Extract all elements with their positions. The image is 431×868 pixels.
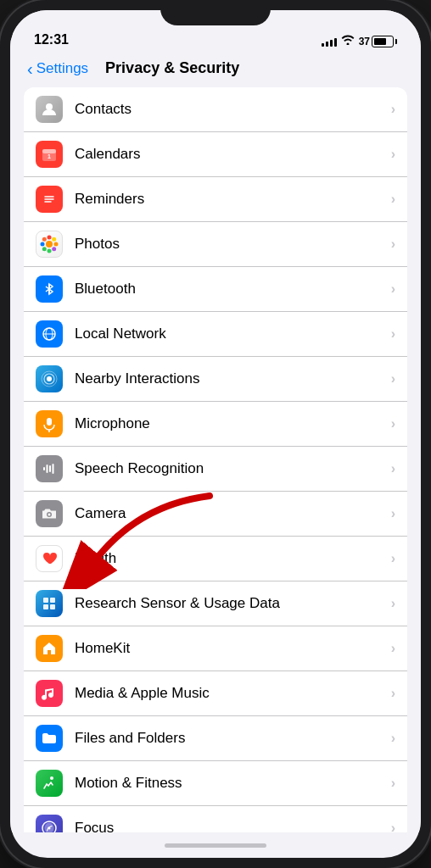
svg-rect-35 <box>43 604 48 609</box>
back-button[interactable]: ‹ Settings <box>27 60 88 77</box>
nearby-interactions-icon <box>36 365 63 392</box>
svg-rect-33 <box>43 598 48 603</box>
svg-rect-28 <box>47 465 48 473</box>
svg-rect-25 <box>47 418 52 426</box>
microphone-icon <box>36 410 63 437</box>
home-bar <box>165 843 266 848</box>
home-indicator <box>10 832 421 858</box>
focus-chevron-icon: › <box>391 821 395 832</box>
list-item-calendars[interactable]: 1 Calendars › <box>24 132 407 177</box>
list-item-bluetooth[interactable]: Bluetooth › <box>24 267 407 312</box>
focus-label: Focus <box>75 820 391 832</box>
homekit-chevron-icon: › <box>391 641 395 656</box>
speech-recognition-label: Speech Recognition <box>75 460 391 477</box>
research-sensor-chevron-icon: › <box>391 596 395 611</box>
svg-point-32 <box>48 514 51 516</box>
svg-point-22 <box>47 376 52 381</box>
media-apple-music-icon <box>36 680 63 707</box>
notch <box>160 0 271 25</box>
svg-point-13 <box>52 237 56 242</box>
battery-icon: 37 <box>359 36 397 47</box>
battery-level: 37 <box>359 36 370 47</box>
reminders-label: Reminders <box>75 191 391 208</box>
contacts-chevron-icon: › <box>391 102 395 117</box>
nearby-interactions-label: Nearby Interactions <box>75 370 391 387</box>
microphone-label: Microphone <box>75 415 391 432</box>
speech-recognition-chevron-icon: › <box>391 461 395 476</box>
list-item-homekit[interactable]: HomeKit › <box>24 626 407 671</box>
photos-chevron-icon: › <box>391 236 395 252</box>
svg-point-15 <box>52 247 56 251</box>
wifi-icon <box>341 35 355 47</box>
list-item-local-network[interactable]: Local Network › <box>24 312 407 357</box>
list-item-speech-recognition[interactable]: Speech Recognition › <box>24 447 407 492</box>
list-item-research-sensor[interactable]: Research Sensor & Usage Data › <box>24 581 407 626</box>
motion-fitness-label: Motion & Fitness <box>75 775 391 792</box>
motion-fitness-chevron-icon: › <box>391 776 395 791</box>
research-sensor-label: Research Sensor & Usage Data <box>75 595 391 612</box>
homekit-icon <box>36 635 63 662</box>
list-item-focus[interactable]: Focus › <box>24 806 407 832</box>
svg-text:1: 1 <box>48 153 51 159</box>
svg-point-9 <box>48 249 52 253</box>
camera-icon <box>36 500 63 527</box>
photos-icon <box>36 231 63 258</box>
svg-point-37 <box>50 776 53 780</box>
list-item-photos[interactable]: Photos › <box>24 222 407 267</box>
files-folders-chevron-icon: › <box>391 731 395 746</box>
files-folders-icon <box>36 725 63 752</box>
photos-label: Photos <box>75 236 391 253</box>
list-item-contacts[interactable]: Contacts › <box>24 87 407 132</box>
back-label: Settings <box>36 60 88 77</box>
list-item-media-apple-music[interactable]: Media & Apple Music › <box>24 671 407 716</box>
svg-rect-27 <box>43 467 45 470</box>
svg-rect-36 <box>50 604 55 609</box>
camera-label: Camera <box>75 505 391 522</box>
list-item-motion-fitness[interactable]: Motion & Fitness › <box>24 761 407 806</box>
bluetooth-label: Bluetooth <box>75 281 391 298</box>
health-icon <box>36 545 63 572</box>
nav-header: ‹ Settings Privacy & Security <box>10 53 421 87</box>
list-item-files-folders[interactable]: Files and Folders › <box>24 716 407 761</box>
list-item-microphone[interactable]: Microphone › <box>24 402 407 447</box>
camera-chevron-icon: › <box>391 506 395 521</box>
svg-point-8 <box>48 236 52 240</box>
media-apple-music-chevron-icon: › <box>391 686 395 701</box>
svg-rect-30 <box>53 464 54 474</box>
scroll-content[interactable]: Contacts › 1 Calendars › <box>10 87 421 832</box>
svg-point-38 <box>48 827 51 830</box>
phone-screen: 12:31 37 <box>10 10 421 858</box>
nearby-interactions-chevron-icon: › <box>391 371 395 387</box>
local-network-chevron-icon: › <box>391 326 395 342</box>
list-item-nearby-interactions[interactable]: Nearby Interactions › <box>24 357 407 402</box>
list-item-health[interactable]: Health › <box>24 537 407 581</box>
files-folders-label: Files and Folders <box>75 730 391 747</box>
local-network-label: Local Network <box>75 326 391 342</box>
microphone-chevron-icon: › <box>391 416 395 431</box>
svg-point-14 <box>42 247 47 251</box>
status-time: 12:31 <box>34 32 69 47</box>
svg-point-10 <box>41 242 45 247</box>
list-item-camera[interactable]: Camera › <box>24 492 407 537</box>
calendars-chevron-icon: › <box>391 147 395 162</box>
phone-shell: 12:31 37 <box>0 0 431 868</box>
svg-point-7 <box>46 241 53 248</box>
contacts-icon <box>36 96 63 123</box>
back-chevron-icon: ‹ <box>27 60 33 77</box>
speech-recognition-icon <box>36 455 63 482</box>
contacts-label: Contacts <box>75 101 391 118</box>
svg-point-11 <box>54 242 59 247</box>
motion-fitness-icon <box>36 770 63 797</box>
page-title: Privacy & Security <box>105 59 239 77</box>
settings-list: Contacts › 1 Calendars › <box>24 87 407 832</box>
calendars-label: Calendars <box>75 146 391 163</box>
research-sensor-icon <box>36 590 63 617</box>
reminders-chevron-icon: › <box>391 192 395 207</box>
health-label: Health <box>75 550 391 567</box>
bluetooth-icon <box>36 275 63 303</box>
focus-icon <box>36 815 63 832</box>
homekit-label: HomeKit <box>75 640 391 657</box>
list-item-reminders[interactable]: Reminders › <box>24 177 407 222</box>
status-icons: 37 <box>322 35 397 47</box>
svg-rect-29 <box>49 465 51 472</box>
